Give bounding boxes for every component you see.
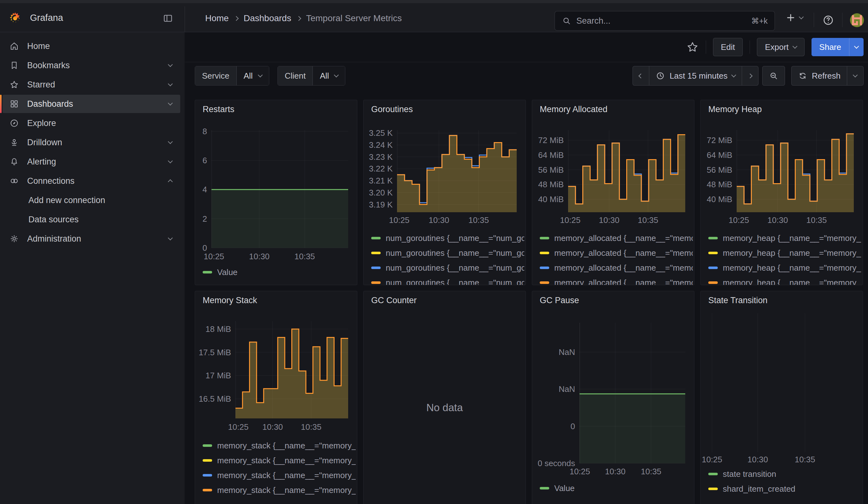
share-button[interactable]: Share — [812, 38, 849, 56]
dock-sidebar-icon[interactable] — [163, 13, 173, 24]
x-axis-tick-label: 10:35 — [794, 215, 839, 225]
legend-label[interactable]: memory_allocated {__name__="memo — [554, 233, 693, 243]
search-input[interactable] — [576, 16, 746, 26]
sidebar-item-dashboards[interactable]: Dashboards — [2, 95, 180, 113]
export-label: Export — [765, 42, 788, 52]
topbar-divider — [842, 13, 843, 27]
time-range-label: Last 15 minutes — [670, 71, 727, 81]
sidebar-item-data-sources[interactable]: Data sources — [2, 210, 180, 229]
legend-color-chip — [540, 252, 549, 254]
sidebar-item-label: Bookmarks — [27, 61, 70, 70]
legend-label[interactable]: Value — [554, 483, 575, 493]
legend-item: memory_stack {__name__="memory_s — [203, 441, 356, 450]
legend-label[interactable]: memory_stack {__name__="memory_s — [217, 441, 356, 450]
breadcrumb-separator-icon — [296, 16, 301, 21]
y-axis-tick-label: 64 MiB — [701, 150, 732, 160]
breadcrumb-dashboards[interactable]: Dashboards — [244, 13, 291, 23]
legend-color-chip — [203, 489, 212, 491]
sidebar-item-starred[interactable]: Starred — [2, 75, 180, 94]
topbar-divider — [185, 6, 185, 32]
plot-area[interactable] — [236, 321, 348, 419]
legend-color-chip — [540, 267, 549, 269]
legend-label[interactable]: memory_heap {__name__="memory_h — [723, 233, 861, 243]
time-controls: Last 15 minutes Refresh — [632, 66, 864, 85]
y-axis-tick-label: 3.24 K — [364, 140, 393, 150]
sidebar-item-connections[interactable]: Connections — [2, 172, 180, 190]
client-variable-label: Client — [278, 66, 313, 85]
sidebar-item-home[interactable]: Home — [2, 37, 180, 55]
legend-label[interactable]: Value — [217, 267, 238, 277]
legend-label[interactable]: memory_allocated {__name__="memo — [554, 278, 693, 285]
share-menu-button[interactable] — [849, 38, 864, 56]
y-axis-tick-label: 3.25 K — [364, 128, 393, 138]
y-axis-tick-label: 72 MiB — [701, 135, 732, 145]
legend-item: memory_allocated {__name__="memo — [540, 263, 693, 272]
legend-item: memory_allocated {__name__="memo — [540, 248, 693, 258]
chart-gc-pause[interactable]: NaNNaN00 seconds10:2510:3010:35 — [532, 291, 694, 504]
legend-label[interactable]: state transition — [723, 469, 776, 479]
legend-label[interactable]: num_goroutines {__name__="num_go — [386, 248, 524, 258]
sidebar-item-administration[interactable]: Administration — [2, 229, 180, 248]
legend-label[interactable]: memory_allocated {__name__="memo — [554, 248, 693, 258]
plot-area[interactable] — [737, 130, 854, 212]
client-variable: Client All — [277, 66, 345, 85]
legend-label[interactable]: memory_allocated {__name__="memo — [554, 263, 693, 272]
legend-item: memory_stack {__name__="memory_s — [203, 471, 356, 480]
legend-color-chip — [540, 487, 549, 490]
sidebar-nav: HomeBookmarksStarredDashboardsExploreDri… — [0, 32, 185, 504]
panel-title[interactable]: GC Counter — [371, 296, 417, 305]
plot-area[interactable] — [397, 130, 517, 212]
chevron-down-icon — [731, 73, 736, 78]
y-axis-tick-label: 17 MiB — [195, 371, 231, 381]
search-icon — [562, 16, 571, 25]
zoom-out-button[interactable] — [762, 66, 785, 85]
refresh-button[interactable]: Refresh — [791, 66, 847, 85]
sidebar-item-label: Dashboards — [27, 99, 73, 109]
y-axis-tick-label: 2 — [195, 214, 207, 224]
plot-area[interactable] — [211, 130, 348, 248]
legend-label[interactable]: num_goroutines {__name__="num_go — [386, 278, 524, 285]
time-shift-forward-button[interactable] — [742, 66, 758, 85]
plot-area[interactable] — [704, 313, 855, 452]
legend: memory_stack {__name__="memory_smemory_s… — [203, 441, 356, 500]
plot-area[interactable] — [579, 323, 685, 463]
breadcrumb-home[interactable]: Home — [205, 13, 229, 23]
y-axis-tick-label: 3.20 K — [364, 188, 393, 198]
legend-label[interactable]: num_goroutines {__name__="num_go — [386, 233, 524, 243]
legend-label[interactable]: memory_stack {__name__="memory_s — [217, 471, 356, 480]
help-icon[interactable] — [822, 14, 834, 26]
legend-label[interactable]: memory_heap {__name__="memory_h — [723, 278, 861, 285]
new-menu[interactable] — [785, 12, 803, 23]
service-variable-select[interactable]: All — [237, 66, 269, 85]
breadcrumb-separator-icon — [234, 16, 239, 21]
refresh-interval-button[interactable] — [847, 66, 864, 85]
time-shift-back-button[interactable] — [632, 66, 649, 85]
legend-label[interactable]: memory_heap {__name__="memory_h — [723, 263, 861, 272]
sidebar-item-alerting[interactable]: Alerting — [2, 153, 180, 171]
sidebar-item-explore[interactable]: Explore — [2, 114, 180, 132]
time-range-picker[interactable]: Last 15 minutes — [649, 66, 742, 85]
legend-label[interactable]: num_goroutines {__name__="num_go — [386, 263, 524, 272]
edit-button[interactable]: Edit — [713, 38, 743, 56]
sidebar-item-add-new-connection[interactable]: Add new connection — [2, 191, 180, 209]
legend-color-chip — [203, 444, 212, 447]
favorite-star-icon[interactable] — [686, 41, 699, 53]
legend-label[interactable]: memory_stack {__name__="memory_s — [217, 485, 356, 495]
legend-label[interactable]: shard_item_created — [723, 484, 795, 494]
grafana-logo-icon[interactable] — [8, 11, 22, 25]
client-variable-select[interactable]: All — [313, 66, 345, 85]
legend-item: num_goroutines {__name__="num_go — [371, 278, 524, 285]
user-avatar[interactable] — [850, 13, 864, 27]
plot-area[interactable] — [568, 130, 685, 212]
search-box[interactable]: ⌘+k — [555, 11, 775, 31]
sidebar-item-drilldown[interactable]: Drilldown — [2, 133, 180, 152]
x-axis-tick-label: 10:35 — [289, 422, 333, 432]
chart-restarts[interactable]: 8642010:2510:3010:35 — [195, 100, 357, 285]
legend-label[interactable]: memory_heap {__name__="memory_h — [723, 248, 861, 258]
legend-color-chip — [708, 252, 718, 254]
chevron-down-icon — [168, 158, 173, 164]
legend-label[interactable]: memory_stack {__name__="memory_s — [217, 456, 356, 465]
export-button[interactable]: Export — [757, 38, 804, 56]
sidebar-item-bookmarks[interactable]: Bookmarks — [2, 56, 180, 74]
panel-memory-allocated: Memory Allocated 72 MiB64 MiB56 MiB48 Mi… — [532, 100, 694, 285]
